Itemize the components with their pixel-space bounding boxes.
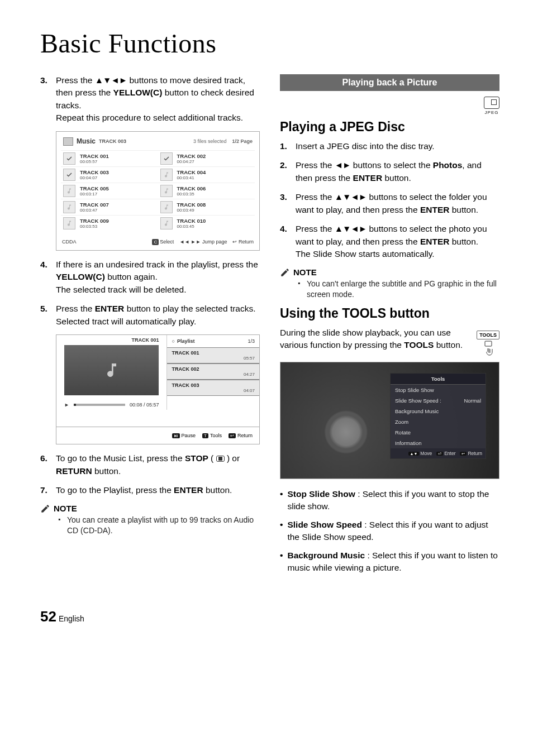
- track-item: TRACK 00400:03:41: [158, 166, 255, 183]
- stop-icon: [216, 456, 225, 462]
- note-block: NOTE You can't enlarge the subtitle and …: [280, 267, 499, 300]
- subheading-tools: Using the TOOLS button: [280, 306, 499, 321]
- section-heading: Playing back a Picture: [280, 74, 499, 91]
- music-note-icon: [160, 217, 173, 229]
- right-column: Playing back a Picture JPEG Playing a JP…: [280, 74, 499, 580]
- play-icon: ►: [64, 402, 69, 408]
- music-note-icon: [160, 185, 173, 197]
- check-icon: [63, 152, 75, 165]
- picture-icon: [484, 97, 499, 109]
- feature-bullet: Stop Slide Show : Select this if you wan…: [280, 488, 499, 513]
- track-item: TRACK 00500:03:17: [61, 183, 158, 199]
- music-note-icon: [63, 185, 75, 197]
- page-title: Basic Functions: [40, 28, 499, 59]
- r-step-2: 2. Press the ◄► buttons to select the Ph…: [280, 159, 499, 184]
- tools-button-graphic: TOOLS: [477, 329, 499, 356]
- music-note-icon: [160, 169, 173, 181]
- r-step-3: 3. Press the ▲▼◄► buttons to select the …: [280, 191, 499, 216]
- r-step-1: 1. Insert a JPEG disc into the disc tray…: [280, 140, 499, 152]
- pencil-icon: [40, 504, 50, 514]
- track-item: TRACK 00800:03:49: [158, 199, 255, 215]
- feature-bullet: Background Music : Select this if you wa…: [280, 549, 499, 575]
- step-6: 6. To go to the Music List, press the ST…: [40, 452, 260, 477]
- track-item: TRACK 01000:03:45: [158, 215, 255, 231]
- playlist-item: TRACK 00304:07: [167, 380, 259, 396]
- progress-bar: [74, 404, 125, 406]
- jpeg-badge: JPEG: [280, 97, 499, 115]
- repeat-icon: ○: [172, 338, 174, 344]
- step-number: 3.: [40, 74, 56, 125]
- tools-menu-item: Zoom: [391, 417, 486, 427]
- music-list-screenshot: Music TRACK 003 3 files selected 1/2 Pag…: [56, 131, 260, 251]
- track-item: TRACK 00600:03:35: [158, 183, 255, 199]
- track-item: TRACK 00300:04:07: [61, 166, 158, 183]
- music-note-icon: [103, 361, 121, 379]
- disc-type-label: CDDA: [62, 239, 77, 245]
- music-note-icon: [63, 217, 75, 229]
- playlist-item: TRACK 00105:57: [167, 347, 259, 363]
- now-playing-art: TRACK 001: [64, 345, 159, 395]
- step-5: 5. Press the ENTER button to play the se…: [40, 303, 260, 328]
- tools-menu-item: Information: [391, 438, 486, 448]
- hand-press-icon: [482, 341, 495, 356]
- page-footer: 52English: [40, 608, 499, 625]
- svg-rect-0: [485, 341, 492, 346]
- playlist-screenshot: TRACK 001 ► 00:08 / 05:57 ○ Playlist: [56, 334, 260, 444]
- check-icon: [63, 169, 75, 181]
- tools-menu-item: Rotate: [391, 427, 486, 438]
- music-note-icon: [63, 201, 75, 213]
- tools-menu-screenshot: Tools Stop Slide ShowSlide Show Speed :N…: [280, 362, 499, 479]
- left-column: 3. Press the ▲▼◄► buttons to move desire…: [40, 74, 260, 580]
- track-item: TRACK 00100:05:57: [61, 150, 158, 166]
- r-step-4: 4. Press the ▲▼◄► buttons to select the …: [280, 223, 499, 260]
- tools-menu-item: Slide Show Speed :Normal: [391, 395, 486, 406]
- music-note-icon: [160, 201, 173, 213]
- pencil-icon: [280, 267, 290, 277]
- track-item: TRACK 00200:04:27: [158, 150, 255, 166]
- step-3: 3. Press the ▲▼◄► buttons to move desire…: [40, 74, 260, 125]
- track-item: TRACK 00900:03:53: [61, 215, 158, 231]
- track-item: TRACK 00700:03:47: [61, 199, 158, 215]
- step-4: 4. If there is an undesired track in the…: [40, 259, 260, 296]
- step-7: 7. To go to the Playlist, press the ENTE…: [40, 484, 260, 496]
- tools-menu-item: Stop Slide Show: [391, 385, 486, 395]
- playlist-item: TRACK 00204:27: [167, 363, 259, 380]
- check-icon: [160, 152, 173, 165]
- arrow-icons: ▲▼◄►: [95, 75, 127, 85]
- tools-menu-item: Background Music: [391, 406, 486, 417]
- tools-panel: Tools Stop Slide ShowSlide Show Speed :N…: [391, 374, 486, 458]
- subheading-jpeg: Playing a JPEG Disc: [280, 119, 499, 135]
- music-icon: [63, 137, 73, 146]
- note-block: NOTE You can create a playlist with up t…: [40, 504, 260, 537]
- feature-bullet: Slide Show Speed : Select this if you wa…: [280, 519, 499, 544]
